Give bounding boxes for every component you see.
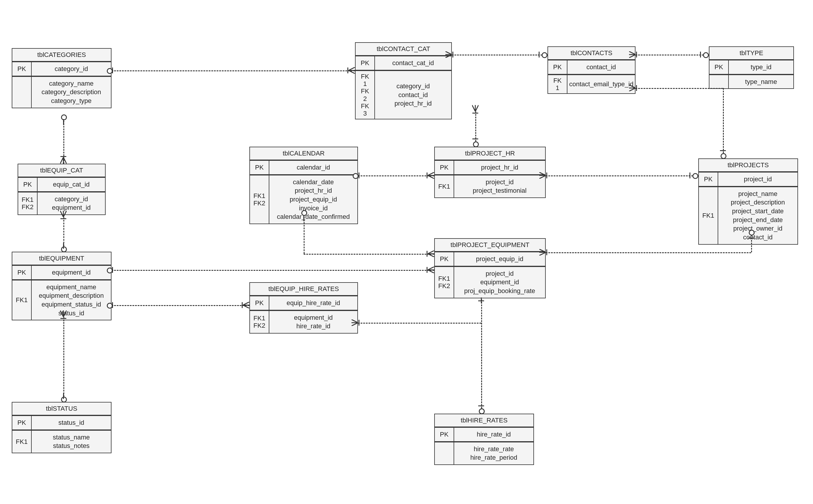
field-label: equipment_status_id bbox=[41, 300, 101, 309]
key-column: PK bbox=[12, 416, 32, 429]
field-label: contact_id bbox=[398, 91, 428, 99]
entity-tblSTATUS: tblSTATUSPKstatus_idFK1status_namestatus… bbox=[12, 402, 111, 453]
key-label: 3 bbox=[363, 110, 367, 117]
key-column: FK1FK2 bbox=[18, 192, 38, 214]
entity-tblCONTACTS: tblCONTACTSPKcontact_idFK1contact_email_… bbox=[547, 46, 635, 94]
key-label: 1 bbox=[556, 84, 559, 92]
field-label: equipment_description bbox=[39, 291, 104, 300]
field-label: project_owner_id bbox=[733, 224, 782, 233]
entity-title: tblCATEGORIES bbox=[12, 49, 111, 62]
entity-row: category_namecategory_descriptioncategor… bbox=[12, 76, 111, 108]
field-label: project_hr_id bbox=[295, 186, 332, 195]
key-label: FK1 bbox=[702, 212, 714, 219]
entity-row: PKcalendar_id bbox=[250, 161, 357, 174]
entity-row: FK1project_nameproject_descriptionprojec… bbox=[699, 186, 797, 244]
entity-tblCATEGORIES: tblCATEGORIESPKcategory_idcategory_namec… bbox=[12, 48, 111, 108]
entity-row: PKcontact_cat_id bbox=[356, 56, 451, 70]
key-column: PK bbox=[18, 178, 38, 191]
field-column: contact_email_type_id bbox=[567, 75, 635, 94]
field-label: contact_id bbox=[586, 63, 616, 72]
entity-tblPROJECT_HR: tblPROJECT_HRPKproject_hr_idFK1project_i… bbox=[434, 147, 546, 198]
entity-row: PKproject_hr_id bbox=[435, 161, 545, 174]
key-label: PK bbox=[17, 419, 26, 426]
field-column: equipment_idhire_rate_id bbox=[269, 311, 357, 333]
field-column: project_idequipment_idproj_equip_booking… bbox=[454, 267, 545, 298]
entity-tblPROJECT_EQUIPMENT: tblPROJECT_EQUIPMENTPKproject_equip_idFK… bbox=[434, 238, 546, 298]
entity-tblEQUIPMENT: tblEQUIPMENTPKequipment_idFK1equipment_n… bbox=[12, 252, 111, 320]
entity-row: PKcategory_id bbox=[12, 62, 111, 76]
entity-title: tblHIRE_RATES bbox=[435, 414, 533, 428]
entity-tblTYPE: tblTYPEPKtype_idtype_name bbox=[709, 46, 794, 89]
field-column: hire_rate_ratehire_rate_period bbox=[454, 442, 533, 464]
entity-title: tblCALENDAR bbox=[250, 147, 357, 161]
entity-title: tblPROJECT_EQUIPMENT bbox=[435, 239, 545, 252]
key-column bbox=[709, 75, 729, 89]
field-label: project_id bbox=[486, 178, 513, 187]
erd-canvas: tblCATEGORIESPKcategory_idcategory_namec… bbox=[0, 0, 813, 504]
field-label: hire_rate_id bbox=[477, 430, 511, 439]
field-label: category_type bbox=[51, 97, 92, 105]
entity-row: PKequip_cat_id bbox=[18, 178, 105, 191]
field-label: equipment_id bbox=[294, 313, 333, 322]
field-column: project_id bbox=[718, 172, 797, 186]
key-column: PK bbox=[250, 161, 269, 174]
entity-tblEQUIP_CAT: tblEQUIP_CATPKequip_cat_idFK1FK2category… bbox=[18, 164, 106, 215]
field-label: contact_email_type_id bbox=[569, 80, 633, 89]
entity-tblCONTACT_CAT: tblCONTACT_CATPKcontact_cat_idFK1FK2FK3c… bbox=[355, 42, 452, 119]
key-label: PK bbox=[714, 63, 723, 71]
entity-title: tblPROJECT_HR bbox=[435, 147, 545, 161]
key-column: PK bbox=[250, 296, 269, 310]
entity-row: PKcontact_id bbox=[548, 60, 635, 74]
field-column: type_id bbox=[729, 60, 793, 74]
key-column: FK1 bbox=[12, 280, 32, 320]
field-label: project_end_date bbox=[733, 216, 783, 224]
field-label: status_id bbox=[58, 418, 84, 427]
key-column: FK1 bbox=[435, 175, 454, 197]
key-column: PK bbox=[709, 60, 729, 74]
field-label: contact_id bbox=[743, 233, 773, 242]
entity-title: tblCONTACTS bbox=[548, 47, 635, 60]
field-label: project_id bbox=[744, 175, 772, 184]
key-label: PK bbox=[704, 175, 712, 183]
entity-row: PKequip_hire_rate_id bbox=[250, 296, 357, 310]
key-label: FK2 bbox=[253, 322, 265, 329]
entity-row: PKstatus_id bbox=[12, 416, 111, 429]
field-label: calendar_id bbox=[297, 163, 330, 172]
field-column: hire_rate_id bbox=[454, 428, 533, 441]
field-label: hire_rate_id bbox=[296, 322, 330, 331]
field-label: type_id bbox=[751, 63, 772, 72]
key-label: FK1 bbox=[438, 183, 450, 190]
field-label: type_name bbox=[745, 77, 777, 86]
entity-row: PKproject_id bbox=[699, 172, 797, 186]
key-label: FK bbox=[361, 73, 369, 80]
entity-row: FK1status_namestatus_notes bbox=[12, 429, 111, 453]
key-label: PK bbox=[255, 164, 263, 171]
entity-row: FK1FK2FK3category_idcontact_idproject_hr… bbox=[356, 70, 451, 119]
field-label: calendar_date_confirmed bbox=[277, 212, 350, 221]
key-label: PK bbox=[17, 269, 26, 276]
entity-row: FK1FK2equipment_idhire_rate_id bbox=[250, 310, 357, 333]
key-column: PK bbox=[435, 428, 454, 441]
field-label: proj_equip_booking_rate bbox=[464, 287, 535, 295]
key-label: 2 bbox=[363, 95, 367, 102]
field-column: equipment_id bbox=[32, 266, 111, 279]
field-label: category_description bbox=[41, 88, 101, 97]
entity-row: FK1FK2project_idequipment_idproj_equip_b… bbox=[435, 266, 545, 298]
field-label: category_id bbox=[55, 65, 88, 73]
key-column: PK bbox=[12, 62, 32, 76]
field-label: status_notes bbox=[53, 442, 90, 450]
field-label: contact_cat_id bbox=[392, 59, 434, 67]
field-label: equipment_id bbox=[52, 203, 91, 212]
field-label: equipment_id bbox=[480, 278, 519, 287]
key-label: FK1 bbox=[253, 192, 265, 199]
field-column: contact_id bbox=[567, 60, 635, 74]
key-column: FK1 bbox=[699, 187, 718, 244]
entity-row: FK1contact_email_type_id bbox=[548, 74, 635, 94]
field-column: calendar_dateproject_hr_idproject_equip_… bbox=[269, 175, 357, 224]
entity-tblPROJECTS: tblPROJECTSPKproject_idFK1project_namepr… bbox=[698, 158, 798, 245]
field-label: category_name bbox=[49, 79, 94, 88]
entity-tblCALENDAR: tblCALENDARPKcalendar_idFK1FK2calendar_d… bbox=[249, 147, 358, 224]
key-column bbox=[12, 77, 32, 108]
key-column: PK bbox=[699, 172, 718, 186]
field-column: contact_cat_id bbox=[375, 56, 451, 70]
